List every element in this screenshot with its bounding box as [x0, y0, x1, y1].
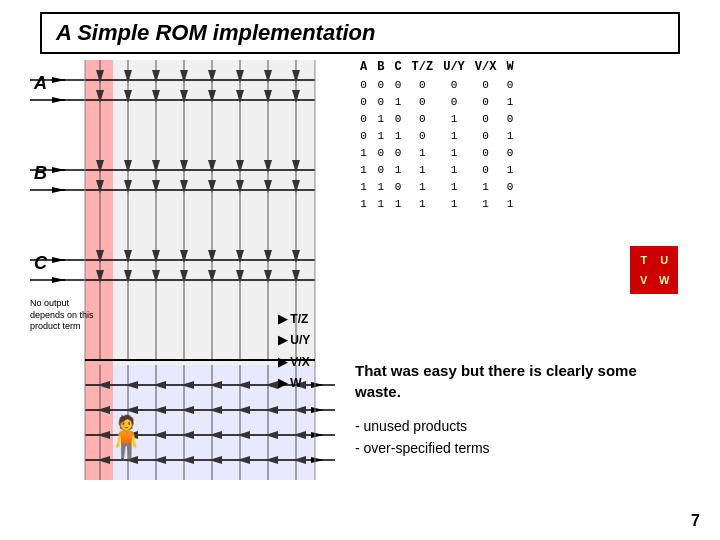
- table-cell: 0: [407, 94, 439, 111]
- tt-col-header: A: [355, 58, 372, 77]
- table-cell: 1: [389, 128, 406, 145]
- rom-svg: [30, 55, 340, 485]
- table-cell: 1: [372, 196, 389, 213]
- tt-col-header: B: [372, 58, 389, 77]
- table-row: 0010001: [355, 94, 519, 111]
- table-cell: 1: [355, 162, 372, 179]
- table-cell: 0: [501, 77, 518, 94]
- table-cell: 1: [355, 145, 372, 162]
- table-cell: 1: [438, 145, 470, 162]
- waste-text: - unused products - over-specified terms: [355, 415, 490, 460]
- table-cell: 0: [501, 179, 518, 196]
- table-cell: 1: [438, 196, 470, 213]
- table-cell: 1: [501, 128, 518, 145]
- table-cell: 1: [470, 196, 502, 213]
- output-tz: ▶ T/Z: [278, 309, 310, 331]
- table-cell: 1: [438, 162, 470, 179]
- corner-output-box: T U V W: [630, 246, 678, 294]
- table-cell: 0: [355, 111, 372, 128]
- easy-text: That was easy but there is clearly some …: [355, 360, 685, 402]
- page-number: 7: [691, 512, 700, 530]
- table-row: 1011101: [355, 162, 519, 179]
- table-cell: 1: [372, 128, 389, 145]
- table-row: 0110101: [355, 128, 519, 145]
- table-cell: 0: [389, 77, 406, 94]
- truth-table: ABCT/ZU/YV/XW 00000000010001010010001101…: [355, 58, 519, 213]
- table-cell: 0: [355, 128, 372, 145]
- table-cell: 1: [438, 179, 470, 196]
- table-cell: 0: [389, 179, 406, 196]
- table-cell: 0: [470, 77, 502, 94]
- table-cell: 1: [470, 179, 502, 196]
- table-cell: 0: [355, 94, 372, 111]
- table-cell: 1: [407, 145, 439, 162]
- table-cell: 0: [355, 77, 372, 94]
- table-cell: 0: [470, 111, 502, 128]
- table-cell: 1: [407, 179, 439, 196]
- tt-col-header: W: [501, 58, 518, 77]
- table-cell: 1: [501, 162, 518, 179]
- table-cell: 1: [501, 94, 518, 111]
- no-output-label: No output depends on this product term: [30, 298, 95, 333]
- output-vx: ▶ V/X: [278, 352, 310, 374]
- stick-figure: 🧍: [100, 413, 152, 462]
- table-cell: 1: [389, 196, 406, 213]
- table-cell: 0: [389, 145, 406, 162]
- output-uy: ▶ U/Y: [278, 330, 310, 352]
- table-cell: 0: [372, 162, 389, 179]
- table-cell: 1: [372, 111, 389, 128]
- table-cell: 0: [372, 145, 389, 162]
- table-cell: 0: [470, 145, 502, 162]
- table-cell: 0: [501, 111, 518, 128]
- title-box: A Simple ROM implementation: [40, 12, 680, 54]
- table-cell: 0: [501, 145, 518, 162]
- table-cell: 0: [438, 94, 470, 111]
- over-specified-terms: - over-specified terms: [355, 437, 490, 459]
- table-cell: 0: [470, 94, 502, 111]
- table-row: 0100100: [355, 111, 519, 128]
- table-cell: 0: [372, 77, 389, 94]
- table-cell: 1: [389, 162, 406, 179]
- corner-u: U: [655, 250, 675, 270]
- table-cell: 1: [501, 196, 518, 213]
- table-cell: 0: [407, 111, 439, 128]
- tt-col-header: U/Y: [438, 58, 470, 77]
- table-cell: 1: [355, 196, 372, 213]
- page-title: A Simple ROM implementation: [56, 20, 375, 45]
- table-cell: 0: [470, 128, 502, 145]
- tt-col-header: V/X: [470, 58, 502, 77]
- table-cell: 1: [438, 111, 470, 128]
- table-cell: 1: [407, 162, 439, 179]
- table-cell: 1: [372, 179, 389, 196]
- table-cell: 0: [438, 77, 470, 94]
- corner-w: W: [655, 271, 675, 291]
- table-row: 1101110: [355, 179, 519, 196]
- table-row: 1111111: [355, 196, 519, 213]
- table-cell: 1: [438, 128, 470, 145]
- output-w: ▶ W: [278, 373, 310, 395]
- rom-diagram: A B C: [30, 55, 340, 485]
- tt-col-header: T/Z: [407, 58, 439, 77]
- table-row: 1001100: [355, 145, 519, 162]
- table-cell: 0: [372, 94, 389, 111]
- table-cell: 0: [407, 128, 439, 145]
- corner-v: V: [634, 271, 654, 291]
- table-row: 0000000: [355, 77, 519, 94]
- table-cell: 0: [389, 111, 406, 128]
- table-cell: 1: [407, 196, 439, 213]
- table-cell: 0: [407, 77, 439, 94]
- output-labels: ▶ T/Z ▶ U/Y ▶ V/X ▶ W: [278, 309, 310, 395]
- corner-t: T: [634, 250, 654, 270]
- table-cell: 0: [470, 162, 502, 179]
- table-cell: 1: [355, 179, 372, 196]
- tt-col-header: C: [389, 58, 406, 77]
- table-cell: 1: [389, 94, 406, 111]
- unused-products: - unused products: [355, 415, 490, 437]
